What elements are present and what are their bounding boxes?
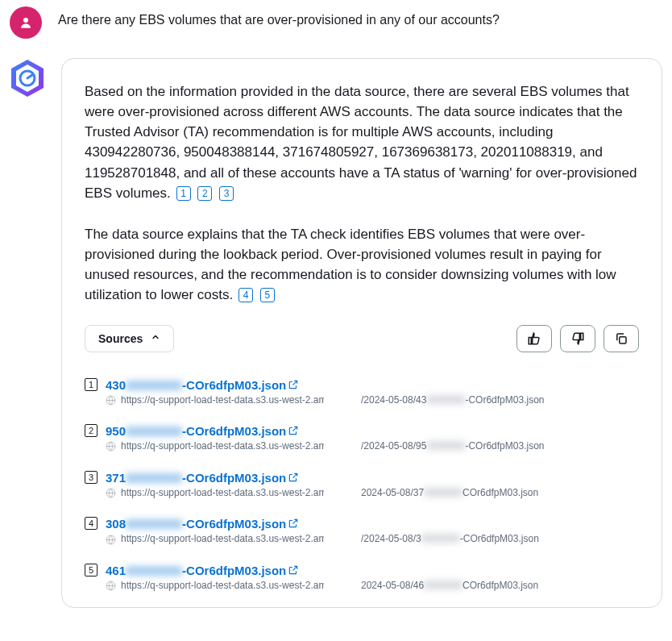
user-avatar bbox=[10, 6, 42, 39]
source-url: https://q-support-load-test-data.s3.us-w… bbox=[106, 487, 639, 500]
source-number: 3 bbox=[85, 471, 97, 484]
sources-list: 1 430XXXXXXX-COr6dfpM03.json https://q-s… bbox=[85, 377, 639, 593]
source-item: 1 430XXXXXXX-COr6dfpM03.json https://q-s… bbox=[85, 377, 639, 407]
source-link[interactable]: 430XXXXXXX-COr6dfpM03.json bbox=[106, 377, 299, 393]
source-item: 5 461XXXXXXX-COr6dfpM03.json https://q-s… bbox=[85, 562, 639, 593]
source-item: 3 371XXXXXXX-COr6dfpM03.json https://q-s… bbox=[85, 469, 639, 500]
citation-chip[interactable]: 2 bbox=[197, 186, 212, 201]
citation-chip[interactable]: 3 bbox=[219, 186, 234, 201]
copy-button[interactable] bbox=[604, 325, 639, 352]
source-url: https://q-support-load-test-data.s3.us-w… bbox=[106, 580, 639, 593]
thumbs-down-button[interactable] bbox=[560, 325, 595, 352]
user-message: Are there any EBS volumes that are over-… bbox=[58, 6, 500, 27]
assistant-response: Based on the information provided in the… bbox=[85, 81, 639, 306]
sources-toggle-button[interactable]: Sources bbox=[85, 325, 174, 352]
sources-label: Sources bbox=[98, 332, 143, 345]
citation-chip[interactable]: 1 bbox=[176, 186, 191, 201]
source-item: 4 308XXXXXXX-COr6dfpM03.json https://q-s… bbox=[85, 515, 639, 546]
source-url: https://q-support-load-test-data.s3.us-w… bbox=[106, 533, 639, 546]
source-number: 5 bbox=[85, 564, 97, 576]
thumbs-up-button[interactable] bbox=[516, 325, 552, 352]
chevron-up-icon bbox=[151, 332, 160, 344]
svg-rect-5 bbox=[620, 336, 626, 343]
source-number: 4 bbox=[85, 517, 97, 530]
citation-chip[interactable]: 5 bbox=[260, 288, 275, 302]
source-link[interactable]: 308XXXXXXX-COr6dfpM03.json bbox=[106, 515, 299, 532]
source-link[interactable]: 371XXXXXXX-COr6dfpM03.json bbox=[106, 469, 299, 486]
source-url: https://q-support-load-test-data.s3.us-w… bbox=[106, 440, 639, 453]
response-paragraph: The data source explains that the TA che… bbox=[85, 227, 616, 302]
svg-point-0 bbox=[23, 18, 28, 23]
response-paragraph: Based on the information provided in the… bbox=[85, 84, 637, 201]
source-link[interactable]: 461XXXXXXX-COr6dfpM03.json bbox=[106, 562, 299, 579]
source-link[interactable]: 950XXXXXXX-COr6dfpM03.json bbox=[106, 422, 299, 439]
citation-chip[interactable]: 4 bbox=[239, 288, 253, 302]
source-number: 2 bbox=[85, 424, 97, 437]
source-item: 2 950XXXXXXX-COr6dfpM03.json https://q-s… bbox=[85, 422, 639, 453]
source-number: 1 bbox=[85, 378, 97, 391]
assistant-card: Based on the information provided in the… bbox=[61, 58, 662, 608]
source-url: https://q-support-load-test-data.s3.us-w… bbox=[106, 394, 639, 407]
assistant-avatar bbox=[10, 58, 45, 98]
